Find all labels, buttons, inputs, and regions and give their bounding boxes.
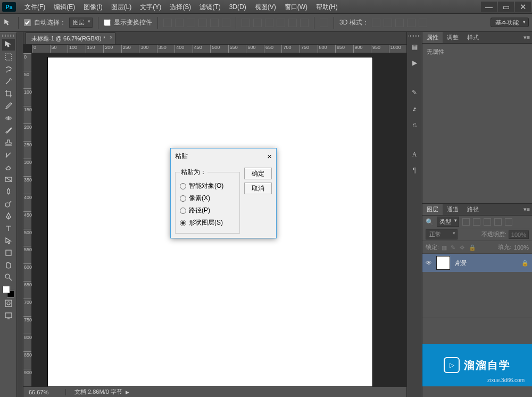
cancel-button[interactable]: 取消 [244, 183, 272, 194]
3d-icon[interactable] [372, 19, 380, 27]
maximize-button[interactable]: ▭ [498, 2, 514, 12]
tool-dodge[interactable] [2, 198, 15, 210]
distribute-icon[interactable] [288, 19, 297, 27]
menu-type[interactable]: 文字(Y) [136, 0, 165, 14]
tool-brush[interactable] [2, 125, 15, 136]
filter-smart-icon[interactable] [505, 218, 512, 226]
brushes-panel-icon[interactable]: ⸙ [408, 102, 421, 115]
dialog-titlebar[interactable]: 粘贴 × [171, 148, 276, 163]
blend-mode-dropdown[interactable]: 正常 [426, 229, 458, 239]
layer-thumbnail[interactable] [436, 256, 450, 270]
tool-stamp[interactable] [2, 137, 15, 148]
filter-pixel-icon[interactable] [462, 218, 470, 226]
tool-screenmode[interactable] [2, 310, 15, 321]
layer-filter-type[interactable]: 类型 [437, 217, 459, 227]
lock-trans-icon[interactable]: ▦ [442, 244, 448, 251]
align-icon[interactable] [175, 19, 184, 27]
tool-crop[interactable] [2, 88, 15, 100]
menu-filter[interactable]: 滤镜(T) [195, 0, 225, 14]
tool-blur[interactable] [2, 186, 15, 197]
filter-shape-icon[interactable] [494, 218, 502, 226]
tool-type[interactable] [2, 222, 15, 234]
history-panel-icon[interactable]: ▦ [408, 40, 421, 53]
ruler-horizontal[interactable]: 0501001502002503003504004505005506006507… [32, 45, 406, 53]
tab-styles[interactable]: 样式 [463, 32, 483, 43]
layer-item[interactable]: 👁 背景 🔒 [422, 254, 532, 272]
auto-select-checkbox[interactable] [24, 19, 31, 26]
align-icon[interactable] [198, 19, 207, 27]
doc-info[interactable]: 文档:2.86M/0 字节 [66, 388, 122, 396]
distribute-icon[interactable] [253, 19, 262, 27]
menu-select[interactable]: 选择(S) [165, 0, 195, 14]
menu-3d[interactable]: 3D(D) [225, 0, 251, 14]
menu-edit[interactable]: 编辑(E) [49, 0, 79, 14]
minimize-button[interactable]: — [481, 2, 497, 12]
tool-pen[interactable] [2, 210, 15, 222]
character-panel-icon[interactable]: A [408, 148, 421, 161]
show-transform-checkbox[interactable] [104, 19, 111, 26]
auto-align-icon[interactable] [320, 19, 328, 27]
tool-eyedropper[interactable] [2, 100, 15, 112]
dock-collapse-strip[interactable] [17, 32, 23, 397]
tab-channels[interactable]: 通道 [443, 204, 463, 215]
filter-adjust-icon[interactable] [473, 218, 480, 226]
lock-pos-icon[interactable]: ✥ [460, 244, 466, 251]
tool-move[interactable] [2, 39, 15, 51]
align-icon[interactable] [222, 19, 230, 27]
fill-value[interactable]: 100% [514, 244, 529, 251]
3d-icon[interactable] [407, 19, 415, 27]
tool-eraser[interactable] [2, 161, 15, 173]
tool-gradient[interactable] [2, 173, 15, 185]
3d-icon[interactable] [384, 19, 392, 27]
info-menu-icon[interactable]: ▶ [126, 390, 129, 395]
tab-paths[interactable]: 路径 [463, 204, 483, 215]
paragraph-panel-icon[interactable]: ¶ [408, 164, 421, 177]
radio-pixels[interactable]: 像素(X) [180, 192, 235, 204]
opacity-value[interactable]: 100% [509, 230, 529, 239]
menu-help[interactable]: 帮助(H) [312, 0, 342, 14]
ok-button[interactable]: 确定 [244, 168, 272, 179]
menu-window[interactable]: 窗口(W) [280, 0, 312, 14]
menu-view[interactable]: 视图(V) [251, 0, 280, 14]
tool-hand[interactable] [2, 259, 15, 271]
brush-panel-icon[interactable]: ✎ [408, 86, 421, 99]
auto-select-dropdown[interactable]: 图层 [69, 18, 93, 28]
tab-properties[interactable]: 属性 [422, 32, 443, 43]
tool-history-brush[interactable] [2, 149, 15, 161]
menu-file[interactable]: 文件(F) [20, 0, 49, 14]
align-icon[interactable] [210, 19, 219, 27]
dialog-close-icon[interactable]: × [267, 152, 272, 161]
menu-image[interactable]: 图像(I) [79, 0, 106, 14]
distribute-icon[interactable] [265, 19, 273, 27]
clone-panel-icon[interactable]: ⎌ [408, 118, 421, 131]
distribute-icon[interactable] [277, 19, 285, 27]
tool-quickmask[interactable] [2, 297, 15, 309]
actions-panel-icon[interactable]: ▶ [408, 56, 421, 69]
ruler-vertical[interactable]: 0501001502002503003504004505005506006507… [23, 53, 32, 386]
tool-zoom[interactable] [2, 271, 15, 283]
tool-lasso[interactable] [2, 63, 15, 75]
close-button[interactable]: ✕ [515, 2, 531, 12]
layer-name[interactable]: 背景 [454, 259, 466, 267]
distribute-icon[interactable] [300, 19, 309, 27]
filter-type-icon[interactable] [484, 218, 491, 226]
tab-adjustments[interactable]: 调整 [443, 32, 463, 43]
tool-shape[interactable] [2, 247, 15, 259]
tool-heal[interactable] [2, 112, 15, 124]
toolbox-grip[interactable] [2, 35, 15, 37]
tool-path-select[interactable] [2, 235, 15, 246]
menu-layer[interactable]: 图层(L) [107, 0, 136, 14]
radio-path[interactable]: 路径(P) [180, 204, 235, 217]
zoom-level[interactable]: 66.67% [23, 389, 66, 395]
tool-wand[interactable] [2, 76, 15, 87]
align-icon[interactable] [163, 19, 172, 27]
3d-icon[interactable] [419, 19, 427, 27]
radio-smart-object[interactable]: 智能对象(O) [180, 180, 235, 192]
lock-paint-icon[interactable]: ✎ [451, 244, 457, 251]
radio-shape-layer[interactable]: 形状图层(S) [180, 217, 235, 229]
align-icon[interactable] [187, 19, 195, 27]
panel-menu-icon[interactable]: ▾≡ [523, 34, 530, 41]
strip-grip[interactable] [409, 35, 420, 37]
panel-menu-icon[interactable]: ▾≡ [523, 206, 530, 213]
visibility-icon[interactable]: 👁 [426, 259, 432, 267]
